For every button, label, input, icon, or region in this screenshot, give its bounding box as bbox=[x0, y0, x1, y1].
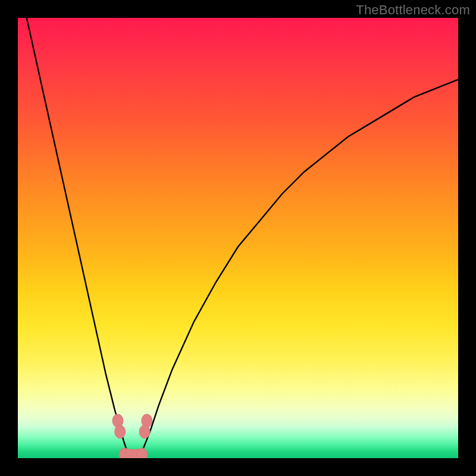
marker-right-cluster-lower bbox=[139, 425, 150, 439]
curve-layer bbox=[18, 18, 458, 458]
marker-left-cluster-lower bbox=[115, 425, 126, 439]
marker-valley-4 bbox=[137, 448, 148, 458]
watermark-text: TheBottleneck.com bbox=[356, 2, 470, 18]
bottleneck-curve bbox=[27, 18, 458, 458]
plot-area bbox=[18, 18, 458, 458]
data-markers bbox=[112, 414, 152, 458]
chart-frame: TheBottleneck.com bbox=[0, 0, 476, 476]
